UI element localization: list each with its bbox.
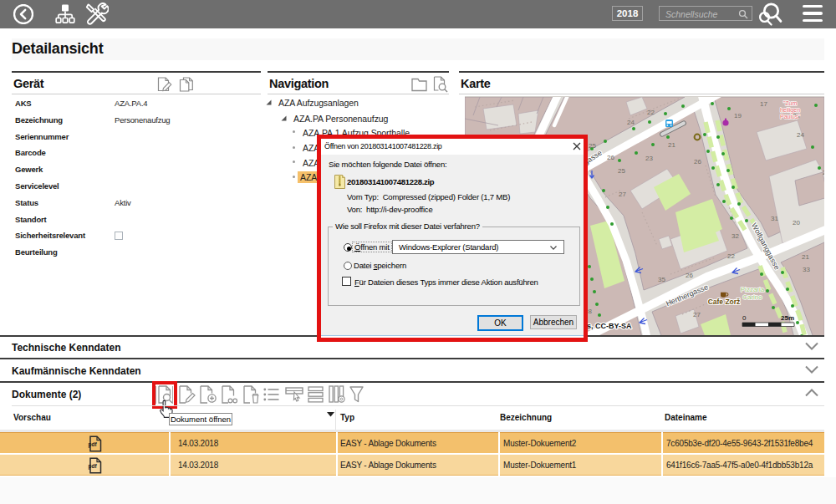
svg-text:25m: 25m [781, 314, 794, 322]
svg-text:24: 24 [627, 119, 635, 126]
svg-text:25: 25 [589, 142, 596, 150]
svg-text:33: 33 [803, 266, 810, 273]
svg-text:heiligen: heiligen [780, 107, 800, 114]
svg-text:pdf: pdf [89, 441, 98, 448]
svg-text:27: 27 [619, 191, 626, 198]
svg-text:Paulus": Paulus" [780, 114, 800, 120]
svg-text:s, CC-BY-SA: s, CC-BY-SA [587, 322, 632, 330]
svg-text:28: 28 [823, 169, 824, 176]
svg-text:26: 26 [607, 154, 614, 161]
svg-text:"Zum: "Zum [783, 100, 798, 106]
svg-text:35: 35 [658, 276, 665, 283]
svg-text:23: 23 [645, 155, 653, 162]
svg-text:19: 19 [734, 112, 742, 120]
svg-text:22: 22 [647, 109, 655, 116]
svg-text:Carino: Carino [742, 293, 762, 301]
svg-text:24: 24 [797, 131, 804, 139]
svg-text:32: 32 [732, 232, 739, 240]
svg-text:26: 26 [686, 272, 693, 279]
svg-text:Pizzaria: Pizzaria [741, 286, 765, 293]
svg-text:22: 22 [727, 252, 735, 260]
svg-text:21: 21 [802, 253, 809, 261]
svg-text:27: 27 [693, 311, 701, 318]
svg-text:20: 20 [793, 219, 800, 227]
svg-text:26: 26 [694, 158, 701, 165]
svg-text:Cafe Zorž: Cafe Zorž [708, 298, 741, 306]
svg-text:17: 17 [760, 100, 767, 108]
svg-text:25: 25 [618, 167, 625, 175]
svg-text:pdf: pdf [89, 463, 98, 470]
svg-text:21: 21 [668, 141, 675, 149]
svg-text:31: 31 [771, 215, 778, 222]
svg-text:0: 0 [742, 314, 747, 322]
